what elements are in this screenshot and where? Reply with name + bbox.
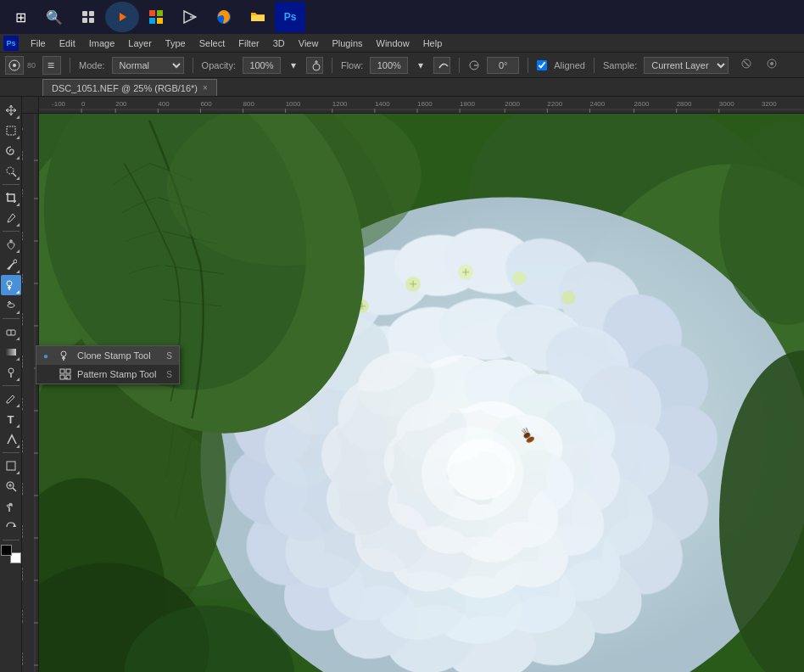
tool-shape[interactable] bbox=[1, 456, 21, 476]
foreground-color[interactable] bbox=[1, 545, 12, 556]
svg-rect-7 bbox=[149, 18, 155, 24]
flow-arrow[interactable]: ▾ bbox=[415, 58, 427, 73]
svg-text:1000: 1000 bbox=[22, 312, 24, 326]
target-btn[interactable] bbox=[762, 56, 781, 74]
tool-indicator bbox=[16, 445, 20, 448]
toolbar-sep6 bbox=[3, 540, 20, 540]
menu-file[interactable]: File bbox=[24, 36, 53, 50]
toolbar-sep1 bbox=[3, 184, 20, 185]
svg-rect-0 bbox=[82, 11, 87, 16]
media-player-btn[interactable] bbox=[105, 2, 139, 32]
menu-help[interactable]: Help bbox=[416, 36, 449, 50]
svg-rect-209 bbox=[66, 369, 70, 373]
menu-select[interactable]: Select bbox=[193, 36, 232, 50]
search-btn[interactable]: 🔍 bbox=[37, 2, 71, 32]
tool-quick-select[interactable] bbox=[1, 161, 21, 182]
tool-brush[interactable] bbox=[1, 255, 21, 275]
svg-text:2800: 2800 bbox=[677, 100, 692, 108]
svg-rect-34 bbox=[7, 462, 15, 470]
menu-filter[interactable]: Filter bbox=[232, 36, 265, 50]
document-tab[interactable]: DSC_1051.NEF @ 25% (RGB/16*) × bbox=[42, 79, 217, 96]
tool-clone-stamp[interactable] bbox=[1, 275, 21, 295]
svg-text:800: 800 bbox=[22, 273, 24, 283]
tool-pen[interactable] bbox=[1, 389, 21, 409]
image-canvas bbox=[39, 114, 804, 672]
ps-logo: Ps bbox=[3, 36, 19, 51]
menu-type[interactable]: Type bbox=[159, 36, 193, 50]
tool-indicator bbox=[16, 471, 20, 474]
menu-layer[interactable]: Layer bbox=[121, 36, 159, 50]
tool-hand[interactable] bbox=[1, 496, 21, 517]
toolbar-sep4 bbox=[3, 385, 20, 386]
task-view-btn[interactable] bbox=[71, 2, 105, 32]
menu-3d[interactable]: 3D bbox=[266, 36, 292, 50]
ms-store-btn[interactable] bbox=[139, 2, 173, 32]
flow-input[interactable] bbox=[370, 57, 408, 74]
tool-indicator bbox=[16, 136, 20, 139]
ctx-pattern-stamp-shortcut: S bbox=[166, 370, 172, 379]
fg-bg-colors[interactable] bbox=[1, 545, 21, 563]
svg-text:2000: 2000 bbox=[22, 524, 24, 538]
tool-marquee[interactable] bbox=[1, 120, 21, 141]
tool-history-brush[interactable] bbox=[1, 295, 21, 316]
opacity-arrow[interactable]: ▾ bbox=[288, 58, 299, 73]
windows-start-btn[interactable]: ⊞ bbox=[3, 2, 37, 32]
options-bar: 80 Mode: Normal Opacity: ▾ Flow: ▾ Align… bbox=[0, 53, 804, 78]
explorer-btn[interactable] bbox=[241, 2, 275, 32]
menu-image[interactable]: Image bbox=[82, 36, 122, 50]
svg-rect-6 bbox=[157, 10, 163, 16]
smoothing-btn[interactable] bbox=[433, 57, 450, 74]
tool-move[interactable] bbox=[1, 100, 21, 120]
svg-text:2600: 2600 bbox=[634, 100, 650, 108]
svg-text:0: 0 bbox=[81, 100, 86, 108]
tool-zoom[interactable] bbox=[1, 476, 21, 496]
tool-crop[interactable] bbox=[1, 188, 21, 208]
tool-rotate-view[interactable] bbox=[1, 517, 21, 537]
ctx-pattern-stamp[interactable]: Pattern Stamp Tool S bbox=[36, 365, 179, 384]
tab-close-btn[interactable]: × bbox=[203, 83, 208, 92]
tool-indicator bbox=[16, 404, 20, 407]
mode-select[interactable]: Normal bbox=[112, 57, 184, 74]
svg-rect-76 bbox=[22, 114, 39, 672]
menu-window[interactable]: Window bbox=[370, 36, 416, 50]
svg-text:1800: 1800 bbox=[460, 100, 475, 108]
brush-preview[interactable] bbox=[5, 56, 24, 75]
tool-spot-healing[interactable] bbox=[1, 234, 21, 255]
ctx-clone-stamp[interactable]: ● Clone Stamp Tool S bbox=[36, 346, 179, 365]
taskbar: ⊞ 🔍 Ps bbox=[0, 0, 804, 34]
canvas-area: -100 0 200 400 600 800 1000 1200 1400 16… bbox=[22, 97, 804, 672]
aligned-checkbox[interactable] bbox=[537, 60, 547, 70]
firefox-btn[interactable] bbox=[207, 2, 241, 32]
tool-indicator bbox=[16, 223, 20, 227]
tool-path-select[interactable] bbox=[1, 429, 21, 450]
tool-type[interactable]: T bbox=[1, 409, 21, 429]
menu-plugins[interactable]: Plugins bbox=[325, 36, 369, 50]
tool-indicator bbox=[16, 290, 20, 294]
brush-settings-btn[interactable] bbox=[42, 56, 61, 75]
tool-eraser[interactable] bbox=[1, 322, 21, 342]
snipping-btn[interactable] bbox=[173, 2, 207, 32]
svg-text:1200: 1200 bbox=[332, 100, 348, 108]
tool-gradient[interactable] bbox=[1, 342, 21, 362]
opacity-input[interactable] bbox=[243, 57, 281, 74]
menu-edit[interactable]: Edit bbox=[53, 36, 82, 50]
angle-input[interactable] bbox=[487, 57, 519, 74]
sample-select[interactable]: Current Layer bbox=[644, 57, 729, 74]
svg-text:2400: 2400 bbox=[589, 100, 605, 108]
tab-bar: DSC_1051.NEF @ 25% (RGB/16*) × bbox=[0, 78, 804, 97]
ignore-adj-btn[interactable] bbox=[737, 56, 756, 74]
svg-rect-210 bbox=[60, 375, 64, 379]
svg-rect-5 bbox=[149, 10, 155, 16]
svg-point-183 bbox=[512, 272, 526, 285]
photoshop-taskbar-btn[interactable]: Ps bbox=[275, 2, 305, 32]
svg-rect-1 bbox=[89, 11, 94, 16]
tool-lasso[interactable] bbox=[1, 141, 21, 161]
svg-text:1800: 1800 bbox=[22, 482, 24, 496]
menu-view[interactable]: View bbox=[292, 36, 326, 50]
svg-text:200: 200 bbox=[115, 100, 127, 108]
svg-text:2600: 2600 bbox=[22, 652, 24, 665]
svg-text:800: 800 bbox=[243, 100, 255, 108]
airbrush-btn[interactable] bbox=[306, 57, 323, 74]
tool-dodge[interactable] bbox=[1, 362, 21, 383]
tool-eyedropper[interactable] bbox=[1, 208, 21, 228]
